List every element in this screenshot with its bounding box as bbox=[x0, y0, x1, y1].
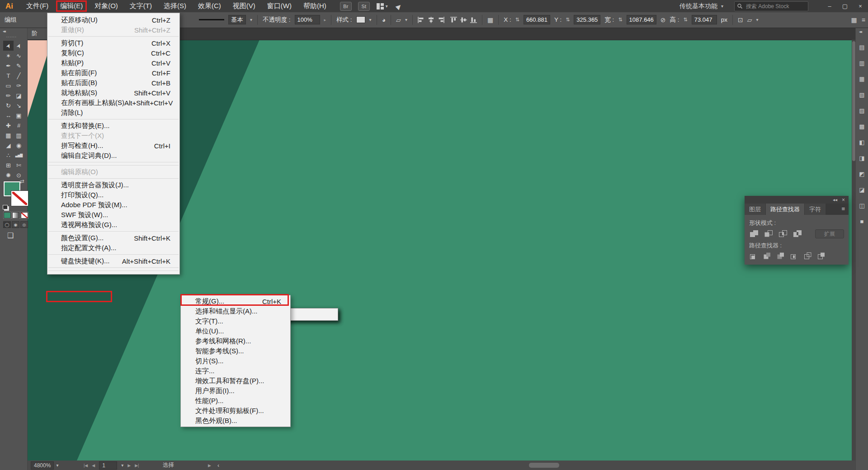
close-panel-icon[interactable]: × bbox=[842, 197, 845, 203]
opacity-field[interactable]: 100% bbox=[295, 15, 320, 24]
perspective-grid-tool[interactable]: # bbox=[14, 120, 24, 130]
close-button[interactable]: × bbox=[853, 0, 868, 12]
menu-item[interactable]: 透视网格预设(G)... ▶ bbox=[47, 220, 179, 230]
zoom-dropdown-icon[interactable]: ▾ bbox=[56, 463, 58, 468]
menu-item[interactable]: Adobe PDF 预设(M)... ▶ bbox=[47, 200, 179, 210]
blend-tool[interactable]: ◉ bbox=[14, 140, 24, 150]
mesh-tool[interactable]: ▦ bbox=[3, 130, 14, 140]
arrange-documents-icon[interactable]: ▾ bbox=[377, 3, 388, 9]
rectangle-tool[interactable]: ▭ bbox=[3, 81, 14, 90]
align-v-center-icon[interactable] bbox=[460, 17, 467, 23]
align-bottom-icon[interactable] bbox=[470, 17, 477, 23]
zoom-level-field[interactable]: 4800% bbox=[31, 461, 54, 470]
menubar-item[interactable]: 对象(O) bbox=[90, 1, 122, 11]
brush-definition-dropdown[interactable]: 基本 bbox=[228, 15, 246, 24]
menu-item[interactable]: 编辑自定词典(D)... ▶ bbox=[47, 151, 179, 161]
menu-item[interactable]: 查找和替换(E)... ▶ bbox=[47, 121, 179, 131]
status-menu-icon[interactable]: ▶ bbox=[208, 463, 211, 468]
color-guide-panel-icon[interactable]: ▥ bbox=[856, 55, 868, 71]
gradient-panel-icon[interactable]: ◧ bbox=[856, 134, 868, 150]
unite-icon[interactable] bbox=[749, 230, 759, 238]
menu-item[interactable]: 剪切(T) Ctrl+X ▶ bbox=[47, 38, 179, 48]
draw-behind-button[interactable]: ◉ bbox=[12, 221, 19, 228]
submenu-item[interactable]: 单位(U)... bbox=[181, 326, 290, 336]
color-button[interactable] bbox=[4, 212, 11, 218]
scale-tool[interactable]: ↘ bbox=[14, 100, 24, 110]
menu-item[interactable]: 复制(C) Ctrl+C ▶ bbox=[47, 48, 179, 58]
menu-item[interactable]: SWF 预设(W)... ▶ bbox=[47, 210, 179, 220]
document-setup-icon[interactable]: ▱ bbox=[396, 16, 401, 24]
transparency-panel-icon[interactable]: ◨ bbox=[856, 150, 868, 166]
menu-item[interactable]: 编辑原稿(O) ▶ bbox=[47, 167, 179, 177]
menu-item[interactable]: 查找下一个(X) ▶ bbox=[47, 131, 179, 141]
merge-icon[interactable] bbox=[776, 252, 786, 260]
menu-item[interactable]: 还原移动(U) Ctrl+Z ▶ bbox=[47, 15, 179, 25]
layers-panel-icon[interactable]: ◫ bbox=[856, 198, 868, 214]
submenu-item[interactable]: 文字(T)... bbox=[181, 316, 290, 326]
gradient-tool[interactable]: ▥ bbox=[14, 130, 24, 140]
libraries-panel-icon[interactable]: ■ bbox=[856, 214, 868, 229]
chevron-down-icon[interactable]: ▾ bbox=[405, 17, 407, 22]
stock-search-box[interactable] bbox=[734, 1, 808, 11]
draw-normal-button[interactable]: ◯ bbox=[3, 221, 11, 228]
menu-item[interactable]: 颜色设置(G)... Shift+Ctrl+K ▶ bbox=[47, 233, 179, 243]
hand-tool[interactable]: ✺ bbox=[3, 170, 14, 180]
trim-icon[interactable] bbox=[763, 252, 773, 260]
first-artboard-icon[interactable]: |◀ bbox=[84, 463, 88, 468]
stepper-icon[interactable]: ⇅ bbox=[618, 17, 622, 23]
menu-item[interactable]: 指定配置文件(A)... ▶ bbox=[47, 243, 179, 253]
pen-tool[interactable]: ✒ bbox=[3, 61, 14, 71]
default-fill-stroke-icon[interactable] bbox=[3, 205, 8, 209]
symbols-panel-icon[interactable]: ▨ bbox=[856, 103, 868, 119]
align-top-icon[interactable] bbox=[450, 17, 457, 23]
collapse-panel-icon[interactable]: ◂◂ bbox=[3, 29, 5, 33]
control-menu-icon[interactable]: ≡ bbox=[862, 16, 865, 24]
submenu-item[interactable]: 智能参考线(S)... bbox=[181, 346, 290, 356]
paintbrush-tool[interactable]: ✑ bbox=[14, 81, 24, 90]
search-input[interactable] bbox=[745, 3, 799, 10]
stepper-icon[interactable]: ⇅ bbox=[684, 17, 688, 23]
artboard-dropdown-icon[interactable]: ▾ bbox=[121, 463, 123, 468]
shape-properties-icon[interactable]: ▱ bbox=[747, 16, 752, 24]
panel-grid-icon[interactable]: ▦ bbox=[851, 16, 857, 24]
none-button[interactable] bbox=[21, 212, 28, 218]
shaper-tool[interactable]: ✏ bbox=[3, 90, 14, 100]
stroke-panel-icon[interactable]: ▩ bbox=[856, 119, 868, 134]
recolor-artwork-icon[interactable]: ◕ bbox=[382, 16, 386, 24]
swatches-panel-icon[interactable]: ▦ bbox=[856, 71, 868, 87]
expand-panels-icon[interactable]: ◂◂ bbox=[859, 29, 861, 34]
selection-tool[interactable]: ➤ bbox=[3, 41, 14, 51]
crop-icon[interactable] bbox=[790, 252, 800, 260]
collapse-panel-icon[interactable]: ◂◂ bbox=[833, 197, 837, 202]
magic-wand-tool[interactable]: ✶ bbox=[3, 51, 14, 61]
chevron-down-icon[interactable]: ▾ bbox=[250, 17, 252, 22]
horizontal-scrollbar-thumb[interactable] bbox=[529, 463, 559, 468]
menubar-item[interactable]: 编辑(E) bbox=[56, 0, 87, 12]
intersect-icon[interactable] bbox=[778, 230, 788, 238]
symbol-sprayer-tool[interactable]: ∴ bbox=[3, 150, 14, 160]
app-badge-icon[interactable]: St bbox=[358, 2, 370, 11]
x-field[interactable]: 660.881 bbox=[524, 15, 550, 24]
menubar-item[interactable]: 文字(T) bbox=[126, 1, 156, 11]
restore-button[interactable]: ▢ bbox=[837, 0, 853, 12]
minus-front-icon[interactable] bbox=[764, 230, 774, 238]
menu-item[interactable]: 粘贴(P) Ctrl+V ▶ bbox=[47, 58, 179, 68]
artboard-number-field[interactable]: 1 bbox=[99, 461, 117, 470]
draw-inside-button[interactable]: ◎ bbox=[20, 221, 28, 228]
panel-menu-icon[interactable]: ≡ bbox=[841, 205, 845, 212]
artboard-tool[interactable]: ⊞ bbox=[3, 160, 14, 170]
appearance-panel-icon[interactable]: ◩ bbox=[856, 166, 868, 182]
menubar-item[interactable]: 效果(C) bbox=[194, 1, 225, 11]
expand-button[interactable]: 扩展 bbox=[815, 229, 844, 238]
menu-item[interactable]: 贴在前面(F) Ctrl+F ▶ bbox=[47, 68, 179, 78]
align-options-icon[interactable]: ▦ bbox=[487, 16, 493, 24]
menu-item[interactable]: 重做(R) Shift+Ctrl+Z ▶ bbox=[47, 25, 179, 35]
submenu-item[interactable]: 参考线和网格(R)... bbox=[181, 336, 290, 346]
panel-tab[interactable]: 字符 bbox=[805, 204, 826, 215]
line-segment-tool[interactable]: ╱ bbox=[14, 71, 24, 81]
type-tool[interactable]: T bbox=[3, 71, 14, 81]
swap-fill-stroke-icon[interactable]: ⇄ bbox=[20, 178, 24, 185]
brushes-panel-icon[interactable]: ▧ bbox=[856, 87, 868, 103]
menu-item[interactable]: 就地粘贴(S) Shift+Ctrl+V ▶ bbox=[47, 88, 179, 98]
vertical-scrollbar-thumb[interactable] bbox=[852, 41, 855, 161]
